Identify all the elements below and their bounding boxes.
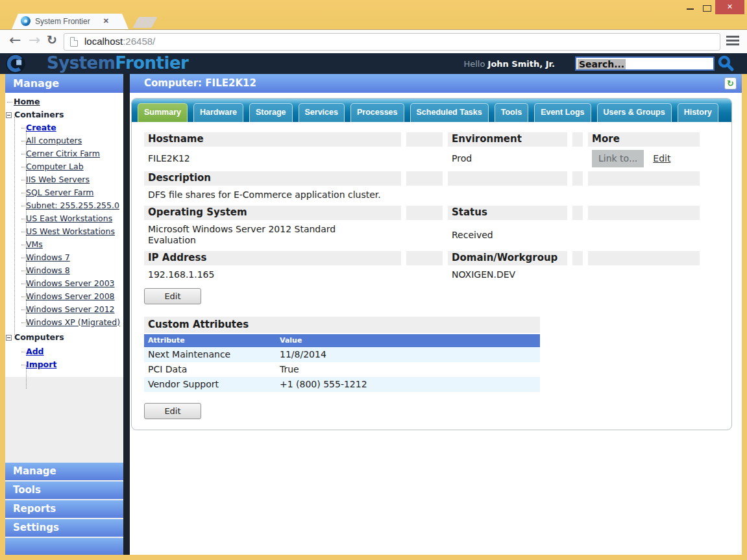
sidebar-item-windows-7[interactable]: Windows 7	[5, 251, 123, 264]
sidebar-item-create[interactable]: Create	[5, 121, 123, 134]
tree-link-label[interactable]: SQL Server Farm	[26, 188, 93, 197]
tree-link-label[interactable]: IIS Web Servers	[26, 175, 90, 184]
summary-edit-button[interactable]: Edit	[144, 288, 201, 304]
sidebar-item-cerner-citrix-farm[interactable]: Cerner Citrix Farm	[5, 147, 123, 160]
sidebar-item-all-computers[interactable]: All computers	[5, 134, 123, 147]
tab-services[interactable]: Services	[299, 103, 345, 122]
browser-titlebar: System Frontier ✕ ✕	[0, 0, 747, 29]
window-minimize-button[interactable]	[687, 8, 694, 10]
sidebar-item-import[interactable]: Import	[5, 358, 123, 371]
tab-summary[interactable]: Summary	[138, 103, 188, 122]
sidebar-item-us-east-workstations[interactable]: US East Workstations	[5, 212, 123, 225]
export-refresh-icon[interactable]: ↻	[724, 77, 737, 90]
description-value: DFS file shares for E-Commerce applicati…	[144, 186, 401, 206]
tree-node-label: Containers	[14, 110, 64, 119]
tab-scheduled-tasks[interactable]: Scheduled Tasks	[410, 103, 489, 122]
tree-link-label[interactable]: Windows XP (Migrated)	[26, 317, 120, 327]
sidebar-item-subnet-255-255-255-0[interactable]: Subnet: 255.255.255.0	[5, 199, 123, 212]
app-logo[interactable]: SystemFrontier	[47, 53, 188, 73]
menu-icon[interactable]	[726, 36, 739, 47]
tab-users-groups[interactable]: Users & Groups	[597, 103, 672, 122]
sidebar-nav-tools[interactable]: Tools	[5, 481, 123, 499]
attr-value: 11/8/2014	[276, 347, 540, 362]
tab-hardware[interactable]: Hardware	[193, 103, 243, 122]
attr-value: +1 (800) 555-1212	[276, 377, 540, 392]
sidebar-item-iis-web-servers[interactable]: IIS Web Servers	[5, 173, 123, 186]
sidebar-nav-settings[interactable]: Settings	[5, 519, 123, 537]
tree-link-label[interactable]: Windows 8	[26, 265, 70, 275]
sidebar-item-computer-lab[interactable]: Computer Lab	[5, 160, 123, 173]
window-maximize-button[interactable]	[703, 5, 711, 12]
more-label: More	[588, 132, 700, 147]
tree-link-label[interactable]: Import	[26, 359, 56, 369]
attr-row-pci-data: PCI DataTrue	[144, 362, 540, 377]
more-edit-link[interactable]: Edit	[653, 153, 670, 164]
collapse-icon[interactable]	[6, 112, 12, 118]
search-icon[interactable]	[717, 55, 735, 72]
sidebar-item-windows-server-2008[interactable]: Windows Server 2008	[5, 290, 123, 303]
sidebar-item-windows-8[interactable]: Windows 8	[5, 264, 123, 277]
spacer-cell	[572, 132, 583, 147]
tree-link-label[interactable]: Cerner Citrix Farm	[26, 149, 100, 158]
environment-value: Prod	[448, 147, 567, 171]
tree-link-label[interactable]: Windows Server 2008	[26, 291, 115, 301]
attributes-edit-button[interactable]: Edit	[144, 403, 201, 419]
sidebar-tree: HomeContainersCreateAll computersCerner …	[5, 93, 123, 377]
sidebar-item-add[interactable]: Add	[5, 345, 123, 358]
sidebar-item-home[interactable]: Home	[5, 95, 123, 108]
tree-link-label[interactable]: US West Workstations	[26, 226, 115, 236]
user-name: John Smith, Jr.	[488, 59, 555, 69]
sidebar-item-windows-xp-migrated[interactable]: Windows XP (Migrated)	[5, 316, 123, 329]
url-port-path: :26458/	[123, 36, 155, 47]
back-icon[interactable]: ←	[9, 32, 21, 48]
sidebar-nav: ManageToolsReportsSettings	[5, 463, 123, 555]
tree-link-label[interactable]: Add	[26, 347, 44, 356]
tab-event-logs[interactable]: Event Logs	[534, 103, 591, 122]
sidebar-nav-reports[interactable]: Reports	[5, 500, 123, 518]
tree-link-label[interactable]: US East Workstations	[26, 213, 112, 223]
tab-close-icon[interactable]: ✕	[103, 17, 109, 25]
tab-storage[interactable]: Storage	[249, 103, 293, 122]
ip-label: IP Address	[144, 251, 401, 265]
new-tab-button[interactable]	[132, 17, 157, 28]
sidebar-item-windows-server-2003[interactable]: Windows Server 2003	[5, 277, 123, 290]
link-to-button[interactable]: Link to...	[592, 150, 644, 167]
browser-tab-title: System Frontier	[35, 17, 90, 26]
sidebar-item-vms[interactable]: VMs	[5, 238, 123, 251]
sidebar-nav-empty	[5, 538, 123, 555]
custom-attributes-title: Custom Attributes	[144, 317, 540, 333]
attr-name: Next Maintenance	[144, 347, 276, 362]
sidebar-item-computers: Computers	[5, 331, 123, 344]
page-title: Computer: FILE2K12	[144, 77, 256, 89]
tab-processes[interactable]: Processes	[350, 103, 404, 122]
search-input[interactable]: Search...	[575, 56, 715, 71]
tree-link-label[interactable]: Subnet: 255.255.255.0	[26, 201, 119, 210]
reload-icon[interactable]: ↻	[47, 32, 57, 47]
logo-frontier: Frontier	[115, 53, 188, 73]
tree-link-label[interactable]: Windows Server 2003	[26, 278, 115, 288]
tree-link-label[interactable]: Windows 7	[26, 252, 70, 262]
attr-name: Vendor Support	[144, 377, 276, 392]
sidebar-separator	[123, 74, 130, 555]
attr-row-vendor-support: Vendor Support+1 (800) 555-1212	[144, 377, 540, 392]
sidebar-nav-manage[interactable]: Manage	[5, 463, 123, 480]
tab-history[interactable]: History	[678, 103, 718, 122]
tree-link-label[interactable]: All computers	[26, 136, 82, 145]
window-close-button[interactable]: ✕	[715, 0, 744, 14]
sidebar: Manage HomeContainersCreateAll computers…	[5, 74, 123, 555]
attr-col-attribute: Attribute	[144, 334, 276, 347]
tab-tools[interactable]: Tools	[495, 103, 528, 122]
sidebar-item-sql-server-farm[interactable]: SQL Server Farm	[5, 186, 123, 199]
tree-link-label[interactable]: VMs	[26, 239, 43, 249]
tree-link-label[interactable]: Computer Lab	[26, 162, 84, 171]
collapse-icon[interactable]	[6, 335, 12, 341]
address-bar[interactable]: localhost:26458/	[64, 33, 720, 51]
tree-link-label[interactable]: Windows Server 2012	[26, 304, 115, 314]
tree-link-label[interactable]: Create	[26, 123, 56, 132]
tree-link-label[interactable]: Home	[14, 97, 40, 106]
sidebar-item-us-west-workstations[interactable]: US West Workstations	[5, 225, 123, 238]
forward-icon[interactable]: →	[29, 32, 40, 48]
sidebar-item-windows-server-2012[interactable]: Windows Server 2012	[5, 303, 123, 316]
browser-tab[interactable]: System Frontier ✕	[12, 14, 129, 29]
attr-row-next-maintenance: Next Maintenance11/8/2014	[144, 347, 540, 362]
